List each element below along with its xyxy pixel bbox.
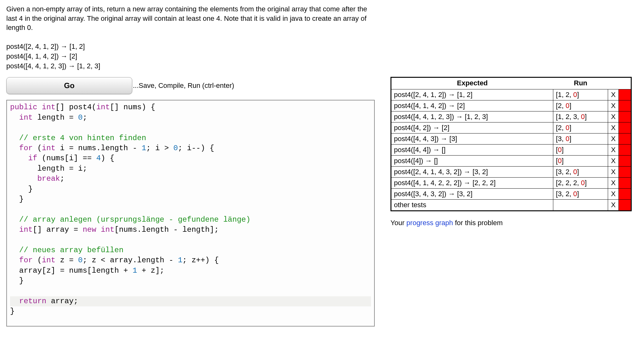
expected-cell: post4([2, 4, 1, 2]) → [1, 2] [391,89,553,100]
run-cell: [0] [553,156,608,167]
progress-suffix: for this problem [453,219,503,227]
problem-description: Given a non-empty array of ints, return … [6,4,375,32]
example-line: post4([4, 1, 4, 2]) → [2] [6,52,375,61]
run-cell: [0] [553,145,608,156]
status-color-cell [619,178,631,189]
color-header [619,77,631,89]
mark-cell: X [608,89,619,100]
run-cell: [3, 2, 0] [553,189,608,200]
run-cell: [3, 2, 0] [553,167,608,178]
table-row: post4([4, 4, 3]) → [3][3, 0]X [391,134,631,145]
run-cell: [1, 2, 0] [553,89,608,100]
run-cell [553,200,608,211]
run-cell: [1, 2, 3, 0] [553,111,608,122]
other-tests-label: other tests [391,200,553,211]
table-row-other: other testsX [391,200,631,211]
mark-header [608,77,619,89]
results-header-row: Expected Run [391,77,631,89]
table-row: post4([2, 4, 1, 4, 3, 2]) → [3, 2][3, 2,… [391,167,631,178]
mark-cell: X [608,145,619,156]
problem-examples: post4([2, 4, 1, 2]) → [1, 2]post4([4, 1,… [6,42,375,71]
table-row: post4([4, 1, 4, 2]) → [2][2, 0]X [391,100,631,111]
status-color-cell [619,200,631,211]
mark-cell: X [608,122,619,134]
mark-cell: X [608,156,619,167]
expected-cell: post4([4, 1, 4, 2]) → [2] [391,100,553,111]
progress-graph-link[interactable]: progress graph [407,219,453,227]
table-row: post4([4, 1, 4, 2, 2, 2]) → [2, 2, 2][2,… [391,178,631,189]
table-row: post4([2, 4, 1, 2]) → [1, 2][1, 2, 0]X [391,89,631,100]
go-button[interactable]: Go [6,77,132,94]
status-color-cell [619,189,631,200]
status-color-cell [619,122,631,134]
mark-cell: X [608,134,619,145]
expected-cell: post4([2, 4, 1, 4, 3, 2]) → [3, 2] [391,167,553,178]
expected-cell: post4([4, 4, 3]) → [3] [391,134,553,145]
status-color-cell [619,100,631,111]
code-editor[interactable]: public int[] post4(int[] nums) { int len… [6,100,375,327]
expected-header: Expected [391,77,553,89]
status-color-cell [619,111,631,122]
run-header: Run [553,77,608,89]
run-cell: [2, 0] [553,100,608,111]
example-line: post4([4, 4, 1, 2, 3]) → [1, 2, 3] [6,61,375,71]
progress-line: Your progress graph for this problem [390,219,632,227]
expected-cell: post4([4, 2]) → [2] [391,122,553,134]
table-row: post4([4, 2]) → [2][2, 0]X [391,122,631,134]
expected-cell: post4([4, 1, 4, 2, 2, 2]) → [2, 2, 2] [391,178,553,189]
mark-cell: X [608,167,619,178]
status-color-cell [619,156,631,167]
progress-prefix: Your [390,219,407,227]
mark-cell: X [608,111,619,122]
results-table: Expected Run post4([2, 4, 1, 2]) → [1, 2… [390,77,632,211]
status-color-cell [619,145,631,156]
table-row: post4([3, 4, 3, 2]) → [3, 2][3, 2, 0]X [391,189,631,200]
example-line: post4([2, 4, 1, 2]) → [1, 2] [6,42,375,52]
expected-cell: post4([3, 4, 3, 2]) → [3, 2] [391,189,553,200]
status-color-cell [619,134,631,145]
mark-cell: X [608,178,619,189]
run-cell: [2, 2, 2, 0] [553,178,608,189]
status-color-cell [619,89,631,100]
status-color-cell [619,167,631,178]
expected-cell: post4([4]) → [] [391,156,553,167]
table-row: post4([4, 4, 1, 2, 3]) → [1, 2, 3][1, 2,… [391,111,631,122]
shortcut-hint: ...Save, Compile, Run (ctrl-enter) [133,82,234,90]
mark-cell: X [608,189,619,200]
mark-cell: X [608,100,619,111]
run-cell: [2, 0] [553,122,608,134]
mark-cell: X [608,200,619,211]
expected-cell: post4([4, 4, 1, 2, 3]) → [1, 2, 3] [391,111,553,122]
expected-cell: post4([4, 4]) → [] [391,145,553,156]
run-cell: [3, 0] [553,134,608,145]
table-row: post4([4, 4]) → [][0]X [391,145,631,156]
table-row: post4([4]) → [][0]X [391,156,631,167]
